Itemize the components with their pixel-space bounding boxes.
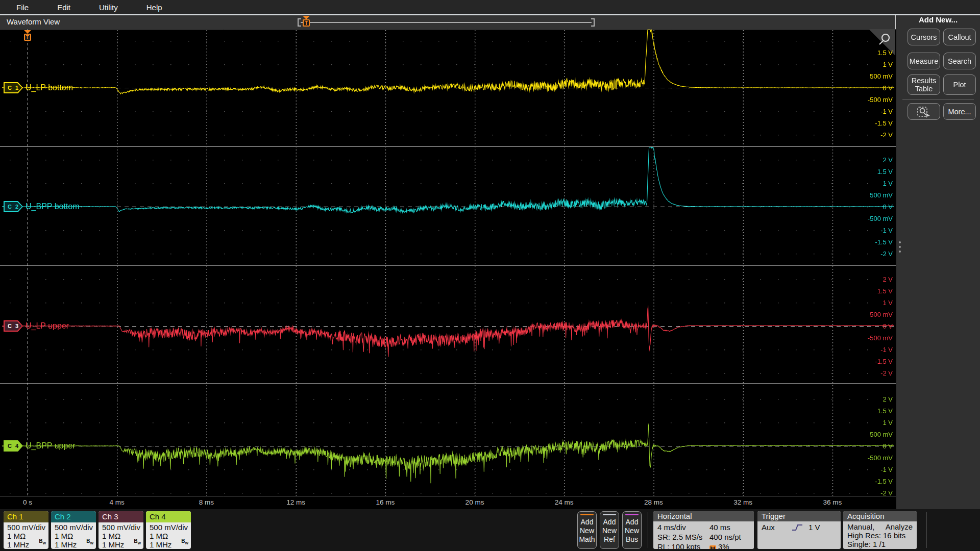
add-new-heading: Add New... [896, 15, 980, 24]
voltage-axis-label: -500 mV [868, 215, 893, 222]
panel-drag-handle[interactable] [898, 239, 902, 256]
voltage-axis-label: 500 mV [870, 191, 893, 199]
time-axis-label: 0 s [23, 498, 32, 506]
voltage-axis-label: 0 V [883, 203, 893, 211]
graticule-plot-area[interactable]: T 1.5 V1 V500 mV0 V-500 mV-1 V-1.5 V-2 V… [0, 29, 896, 509]
channel-3-label: Ch 3 [99, 511, 143, 522]
results-table-button[interactable]: Results Table [908, 74, 940, 95]
voltage-axis-label: -1 V [880, 466, 893, 473]
voltage-axis-label: 2 V [883, 395, 893, 403]
menu-help[interactable]: Help [134, 3, 175, 12]
channel-3-badge[interactable]: Ch 3 500 mV/div 1 MΩ 1 MHz BW [99, 511, 143, 549]
time-axis-label: 8 ms [199, 498, 214, 506]
voltage-axis-label: 1.5 V [877, 168, 893, 176]
voltage-axis-label: 0 V [883, 322, 893, 330]
right-panel: Tektronıx Add New... Cursors Callout Mea… [896, 0, 980, 509]
add-new-math-button[interactable]: AddNewMath [577, 511, 597, 549]
plot-button[interactable]: Plot [943, 74, 976, 95]
horizontal-span: 40 ms [709, 522, 750, 532]
voltage-axis-label: -1 V [880, 227, 893, 234]
bandwidth-limit-icon: BW [86, 537, 93, 547]
channel-1-badge[interactable]: Ch 1 500 mV/div 1 MΩ 1 MHz BW [4, 511, 48, 549]
acquisition-panel-title: Acquisition [843, 511, 917, 521]
channel-waveform-label[interactable]: U_LP bottom [26, 83, 73, 92]
voltage-axis-label: -1 V [880, 108, 893, 115]
add-new-ref-button[interactable]: AddNewRef [600, 511, 619, 549]
voltage-axis-label: 1 V [883, 419, 893, 427]
measure-button[interactable]: Measure [908, 53, 940, 69]
more-button[interactable]: More... [943, 103, 976, 120]
trigger-position-flag[interactable]: T [23, 30, 32, 41]
channel-handle-label: C 3 [5, 321, 22, 331]
voltage-axis-label: -500 mV [868, 96, 893, 104]
voltage-axis-label: 1.5 V [877, 287, 893, 295]
voltage-axis-label: 1 V [883, 180, 893, 187]
bandwidth-limit-icon: BW [181, 537, 188, 547]
cursors-button[interactable]: Cursors [908, 29, 940, 45]
channel-2-scale: 500 mV/div [55, 523, 96, 532]
trigger-triangle-icon [24, 30, 31, 34]
waveform-view: Waveform View T T 1.5 V1 V500 mV0 V-500 … [0, 15, 896, 509]
channel-handle-label: C 4 [5, 441, 22, 450]
bottom-divider [648, 512, 648, 548]
horizontal-panel-title: Horizontal [653, 511, 754, 521]
voltage-axis-label: -2 V [880, 250, 893, 258]
voltage-axis-label: -1.5 V [875, 478, 893, 485]
menu-edit[interactable]: Edit [45, 3, 83, 12]
math-color-bar [580, 514, 594, 515]
waveform-view-title: Waveform View [7, 17, 60, 26]
trigger-source: Aux [762, 522, 791, 532]
horizontal-panel[interactable]: Horizontal 4 ms/div40 ms SR: 2.5 MS/s400… [653, 511, 754, 549]
bus-color-bar [625, 514, 639, 515]
voltage-axis-label: -1.5 V [875, 119, 893, 127]
time-axis-label: 32 ms [733, 498, 752, 506]
horizontal-position-timeline[interactable]: T [298, 18, 595, 27]
voltage-axis-label: 1.5 V [877, 49, 893, 57]
callout-button[interactable]: Callout [943, 29, 976, 45]
menu-bar: File Edit Utility Help [0, 0, 980, 14]
zoom-select-button[interactable] [908, 103, 940, 120]
time-axis-label: 16 ms [376, 498, 395, 506]
time-axis-label: 4 ms [110, 498, 125, 506]
add-new-bus-button[interactable]: AddNewBus [622, 511, 642, 549]
channel-2-label: Ch 2 [51, 511, 96, 522]
voltage-axis-label: 500 mV [870, 72, 893, 80]
panel-separator [902, 99, 974, 99]
horizontal-scale: 4 ms/div [657, 522, 709, 532]
voltage-axis-label: 500 mV [870, 431, 893, 438]
voltage-axis-label: -2 V [880, 489, 893, 497]
bandwidth-limit-icon: BW [39, 537, 46, 547]
waveform-canvas[interactable] [0, 29, 896, 496]
trigger-t-icon: T [303, 19, 310, 27]
time-axis-label: 12 ms [286, 498, 305, 506]
acquisition-analyze: Analyze [886, 522, 913, 531]
voltage-axis-label: 2 V [883, 276, 893, 283]
channel-waveform-label[interactable]: U_BPP upper [26, 441, 76, 450]
bandwidth-limit-icon: BW [134, 537, 141, 547]
voltage-axis-label: 1.5 V [877, 407, 893, 415]
timeline-right-bracket [591, 18, 595, 27]
record-length: RL: 100 kpts [657, 542, 709, 549]
time-axis-label: 28 ms [644, 498, 663, 506]
rising-edge-icon [791, 523, 803, 532]
zoom-select-icon [916, 106, 932, 118]
channel-1-scale: 500 mV/div [7, 523, 48, 532]
voltage-axis-label: -1.5 V [875, 238, 893, 246]
voltage-axis-label: -1.5 V [875, 358, 893, 365]
trigger-panel[interactable]: Trigger Aux 1 V [757, 511, 841, 549]
channel-waveform-label[interactable]: U_BPP bottom [26, 202, 80, 211]
menu-file[interactable]: File [4, 3, 41, 12]
channel-4-badge[interactable]: Ch 4 500 mV/div 1 MΩ 1 MHz BW [146, 511, 191, 549]
time-axis-label: 36 ms [823, 498, 842, 506]
channel-2-badge[interactable]: Ch 2 500 mV/div 1 MΩ 1 MHz BW [51, 511, 96, 549]
search-button[interactable]: Search [943, 53, 976, 69]
timeline-trigger-marker[interactable]: T [302, 16, 310, 27]
channel-waveform-label[interactable]: U_LP upper [26, 321, 69, 331]
waveform-view-titlebar: Waveform View T [0, 15, 895, 29]
acquisition-panel[interactable]: Acquisition Manual,Analyze High Res: 16 … [843, 511, 917, 549]
acquisition-single: Single: 1 /1 [847, 540, 913, 548]
channel-4-label: Ch 4 [146, 511, 191, 522]
trigger-level: 1 V [808, 522, 820, 532]
voltage-axis-label: -2 V [880, 131, 893, 139]
menu-utility[interactable]: Utility [87, 3, 130, 12]
